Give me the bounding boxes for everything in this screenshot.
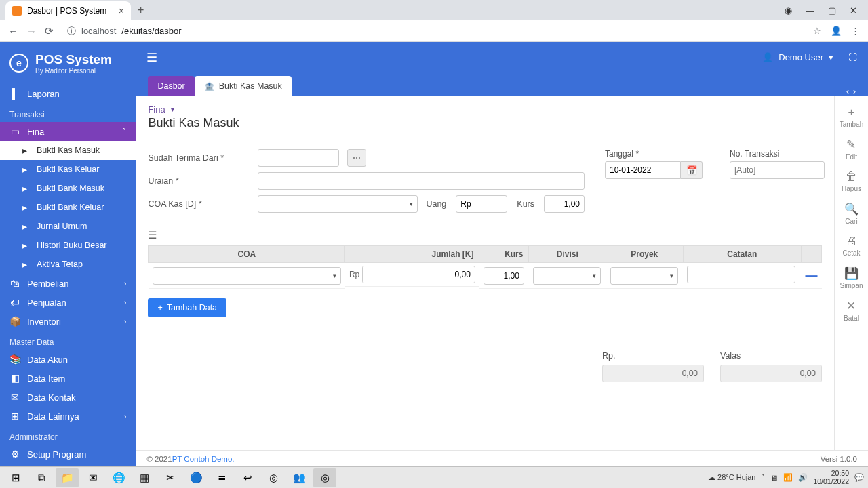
sidebar-item-inventori[interactable]: 📦Inventori› bbox=[0, 312, 136, 331]
tool-simpan[interactable]: 💾Simpan bbox=[840, 266, 863, 289]
tab-dasbor[interactable]: Dasbor bbox=[148, 76, 194, 96]
tray-icon[interactable]: 🖥 bbox=[770, 474, 778, 482]
sidebar-item-bukti-bank-masuk[interactable]: ▸Bukti Bank Masuk bbox=[0, 179, 136, 198]
sidebar-item-fina[interactable]: ▭Fina˄ bbox=[0, 122, 136, 141]
record-icon[interactable]: ◉ bbox=[785, 5, 792, 16]
tool-edit[interactable]: ✎Edit bbox=[846, 138, 857, 161]
calendar-icon: 📅 bbox=[686, 165, 697, 176]
star-icon[interactable]: ☆ bbox=[813, 26, 821, 36]
sidebar-item-pembelian[interactable]: 🛍Pembelian› bbox=[0, 274, 136, 293]
caret-icon: ▸ bbox=[19, 145, 30, 156]
wifi-icon[interactable]: 📶 bbox=[783, 473, 793, 482]
company-link[interactable]: PT Contoh Demo. bbox=[172, 455, 235, 463]
tool-batal[interactable]: ✕Batal bbox=[844, 299, 859, 322]
tab-bukti-kas-masuk[interactable]: 🏦Bukti Kas Masuk bbox=[195, 76, 292, 96]
back-icon[interactable]: ← bbox=[8, 25, 18, 37]
input-uraian[interactable] bbox=[258, 172, 585, 190]
sidebar-item-data-akun[interactable]: 📚Data Akun bbox=[0, 350, 136, 369]
fullscreen-icon[interactable]: ⛶ bbox=[848, 52, 857, 62]
sidebar-item-bukti-kas-masuk[interactable]: ▸Bukti Kas Masuk bbox=[0, 141, 136, 160]
col-proyek: Proyek bbox=[606, 246, 684, 263]
taskview-icon[interactable]: ⧉ bbox=[30, 468, 53, 487]
url-input[interactable]: ⓘ localhost/ekuitas/dasbor bbox=[62, 25, 805, 37]
chevron-right-icon: › bbox=[124, 317, 127, 325]
tray-chevron-icon[interactable]: ˄ bbox=[761, 473, 765, 482]
close-icon[interactable]: × bbox=[119, 5, 124, 16]
cart-icon: 🛍 bbox=[9, 278, 20, 289]
input-tanggal[interactable] bbox=[605, 161, 681, 179]
hamburger-icon[interactable]: ☰ bbox=[146, 50, 157, 65]
weather-widget[interactable]: ☁ 28°C Hujan bbox=[708, 473, 755, 482]
browser-tab[interactable]: Dasbor | POS System × bbox=[5, 1, 131, 20]
close-window-icon[interactable]: ✕ bbox=[850, 5, 857, 16]
clock[interactable]: 20:50 10/01/2022 bbox=[813, 470, 849, 485]
volume-icon[interactable]: 🔊 bbox=[798, 473, 808, 482]
menu-icon[interactable]: ⋮ bbox=[851, 26, 860, 36]
sidebar-item-histori-buku-besar[interactable]: ▸Histori Buku Besar bbox=[0, 236, 136, 255]
label-terima: Sudah Terima Dari bbox=[148, 153, 250, 163]
app-icon[interactable]: ▦ bbox=[133, 468, 156, 487]
app-icon[interactable]: 🔵 bbox=[184, 468, 208, 487]
reload-icon[interactable]: ⟳ bbox=[45, 25, 54, 37]
row-input-jumlah[interactable] bbox=[362, 266, 475, 283]
input-uang[interactable] bbox=[456, 195, 507, 213]
row-select-coa[interactable]: ▾ bbox=[153, 267, 341, 285]
row-input-catatan[interactable] bbox=[687, 266, 795, 283]
sidebar-item-data-lainnya[interactable]: ⊞Data Lainnya› bbox=[0, 407, 136, 426]
sidebar-item-penjualan[interactable]: 🏷Penjualan› bbox=[0, 293, 136, 312]
app-icon[interactable]: ✂ bbox=[159, 468, 182, 487]
tool-hapus[interactable]: 🗑Hapus bbox=[842, 170, 861, 192]
row-input-kurs[interactable] bbox=[484, 267, 524, 285]
app-icon[interactable]: ↩ bbox=[236, 468, 259, 487]
teams-icon[interactable]: 👥 bbox=[288, 468, 311, 487]
vscode-icon[interactable]: ≣ bbox=[210, 468, 233, 487]
forward-icon[interactable]: → bbox=[26, 25, 37, 37]
row-delete-button[interactable]: — bbox=[802, 263, 822, 289]
user-menu[interactable]: 👤 Demo User ▾ ⛶ bbox=[762, 52, 857, 62]
sidebar-item-admin-user[interactable]: 👥Administrasi User bbox=[0, 464, 136, 466]
row-select-proyek[interactable]: ▾ bbox=[610, 267, 678, 285]
lookup-button[interactable]: ⋯ bbox=[347, 149, 366, 167]
breadcrumb[interactable]: Fina▾ bbox=[148, 104, 822, 115]
sidebar-item-data-item[interactable]: ◧Data Item bbox=[0, 369, 136, 388]
caret-icon: ▸ bbox=[19, 259, 30, 270]
sidebar-item-setup[interactable]: ⚙Setup Program bbox=[0, 445, 136, 464]
input-notrx[interactable] bbox=[730, 161, 825, 179]
profile-icon[interactable]: 👤 bbox=[831, 26, 842, 36]
sidebar-item-bukti-bank-keluar[interactable]: ▸Bukti Bank Keluar bbox=[0, 198, 136, 217]
tab-prev-icon[interactable]: ‹ bbox=[846, 87, 849, 96]
notification-icon[interactable]: 💬 bbox=[854, 473, 864, 482]
tool-tambah[interactable]: +Tambah bbox=[840, 106, 864, 128]
minimize-icon[interactable]: — bbox=[806, 5, 814, 16]
add-row-button[interactable]: +Tambah Data bbox=[148, 298, 226, 317]
select-coakas[interactable]: ▾ bbox=[258, 195, 418, 213]
new-tab-button[interactable]: + bbox=[138, 4, 144, 16]
sidebar-item-laporan[interactable]: ▌Laporan bbox=[0, 84, 136, 103]
row-select-divisi[interactable]: ▾ bbox=[533, 267, 601, 285]
table-row: ▾ Rp ▾ ▾ — bbox=[149, 263, 822, 289]
safe-icon: 🏦 bbox=[204, 81, 215, 92]
explorer-icon[interactable]: 📁 bbox=[56, 468, 79, 487]
chrome-icon-2[interactable]: ◎ bbox=[313, 468, 336, 487]
list-icon[interactable]: ☰ bbox=[148, 229, 822, 241]
edge-icon[interactable]: 🌐 bbox=[107, 468, 130, 487]
tool-cetak[interactable]: 🖨Cetak bbox=[842, 235, 860, 257]
caret-icon: ▸ bbox=[19, 240, 30, 251]
label-kurs: Kurs bbox=[517, 199, 534, 209]
version: Versi 1.0.0 bbox=[821, 455, 857, 463]
sidebar-item-data-kontak[interactable]: ✉Data Kontak bbox=[0, 388, 136, 407]
maximize-icon[interactable]: ▢ bbox=[828, 5, 836, 16]
tool-cari[interactable]: 🔍Cari bbox=[844, 202, 859, 225]
start-button[interactable]: ⊞ bbox=[4, 468, 27, 487]
input-terima[interactable] bbox=[258, 149, 339, 167]
outlook-icon[interactable]: ✉ bbox=[81, 468, 104, 487]
plus-square-icon: ⊞ bbox=[9, 411, 20, 422]
chrome-icon[interactable]: ◎ bbox=[262, 468, 285, 487]
tab-next-icon[interactable]: › bbox=[853, 87, 856, 96]
sidebar-item-bukti-kas-keluar[interactable]: ▸Bukti Kas Keluar bbox=[0, 160, 136, 179]
input-kurs[interactable] bbox=[544, 195, 585, 213]
calendar-button[interactable]: 📅 bbox=[681, 161, 703, 179]
sidebar-section-admin: Administrator bbox=[0, 426, 136, 445]
sidebar-item-jurnal-umum[interactable]: ▸Jurnal Umum bbox=[0, 217, 136, 236]
sidebar-item-aktiva-tetap[interactable]: ▸Aktiva Tetap bbox=[0, 255, 136, 274]
